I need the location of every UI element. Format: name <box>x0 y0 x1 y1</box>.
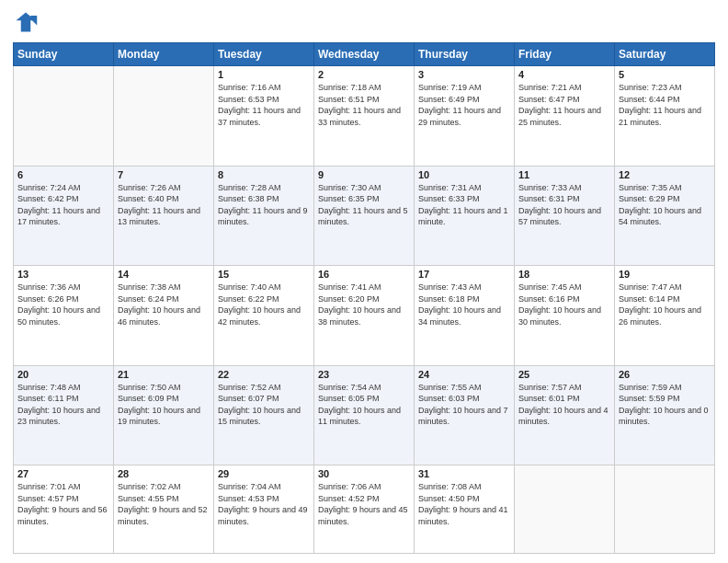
calendar-cell: 2Sunrise: 7:18 AM Sunset: 6:51 PM Daylig… <box>314 66 415 167</box>
day-info: Sunrise: 7:01 AM Sunset: 4:57 PM Dayligh… <box>17 481 109 527</box>
day-info: Sunrise: 7:26 AM Sunset: 6:40 PM Dayligh… <box>118 182 210 228</box>
calendar-cell: 24Sunrise: 7:55 AM Sunset: 6:03 PM Dayli… <box>415 365 515 465</box>
calendar-cell: 26Sunrise: 7:59 AM Sunset: 5:59 PM Dayli… <box>615 365 715 465</box>
weekday-header-thursday: Thursday <box>415 43 515 66</box>
day-info: Sunrise: 7:55 AM Sunset: 6:03 PM Dayligh… <box>418 382 510 428</box>
calendar-cell: 19Sunrise: 7:47 AM Sunset: 6:14 PM Dayli… <box>615 266 715 366</box>
day-info: Sunrise: 7:54 AM Sunset: 6:05 PM Dayligh… <box>318 382 410 428</box>
day-info: Sunrise: 7:19 AM Sunset: 6:49 PM Dayligh… <box>418 82 510 128</box>
day-number: 24 <box>418 369 510 380</box>
day-number: 21 <box>118 369 210 380</box>
day-number: 31 <box>418 468 510 479</box>
calendar-cell: 25Sunrise: 7:57 AM Sunset: 6:01 PM Dayli… <box>515 365 615 465</box>
day-number: 10 <box>418 169 510 180</box>
day-number: 1 <box>218 69 310 80</box>
week-row-3: 13Sunrise: 7:36 AM Sunset: 6:26 PM Dayli… <box>14 266 715 366</box>
day-number: 4 <box>518 69 610 80</box>
day-number: 30 <box>318 468 410 479</box>
day-info: Sunrise: 7:38 AM Sunset: 6:24 PM Dayligh… <box>118 282 210 327</box>
day-info: Sunrise: 7:18 AM Sunset: 6:51 PM Dayligh… <box>318 82 410 128</box>
day-number: 13 <box>17 269 109 280</box>
day-info: Sunrise: 7:30 AM Sunset: 6:35 PM Dayligh… <box>318 182 410 228</box>
calendar-cell: 3Sunrise: 7:19 AM Sunset: 6:49 PM Daylig… <box>415 66 515 167</box>
day-number: 3 <box>418 69 510 80</box>
calendar-cell: 28Sunrise: 7:02 AM Sunset: 4:55 PM Dayli… <box>114 465 214 554</box>
page: SundayMondayTuesdayWednesdayThursdayFrid… <box>0 0 728 563</box>
day-number: 29 <box>218 468 310 479</box>
day-info: Sunrise: 7:36 AM Sunset: 6:26 PM Dayligh… <box>17 282 109 327</box>
day-number: 17 <box>418 269 510 280</box>
calendar-cell: 29Sunrise: 7:04 AM Sunset: 4:53 PM Dayli… <box>214 465 314 554</box>
calendar-cell: 6Sunrise: 7:24 AM Sunset: 6:42 PM Daylig… <box>14 166 114 266</box>
day-number: 12 <box>619 169 711 180</box>
day-info: Sunrise: 7:59 AM Sunset: 5:59 PM Dayligh… <box>619 382 711 428</box>
day-info: Sunrise: 7:31 AM Sunset: 6:33 PM Dayligh… <box>418 182 510 228</box>
calendar-cell: 16Sunrise: 7:41 AM Sunset: 6:20 PM Dayli… <box>314 266 415 366</box>
day-number: 11 <box>518 169 610 180</box>
calendar-cell: 8Sunrise: 7:28 AM Sunset: 6:38 PM Daylig… <box>214 166 314 266</box>
day-info: Sunrise: 7:35 AM Sunset: 6:29 PM Dayligh… <box>619 182 711 228</box>
weekday-header-friday: Friday <box>515 43 615 66</box>
day-info: Sunrise: 7:50 AM Sunset: 6:09 PM Dayligh… <box>118 382 210 428</box>
calendar-cell: 31Sunrise: 7:08 AM Sunset: 4:50 PM Dayli… <box>415 465 515 554</box>
day-info: Sunrise: 7:52 AM Sunset: 6:07 PM Dayligh… <box>218 382 310 428</box>
weekday-header-row: SundayMondayTuesdayWednesdayThursdayFrid… <box>14 43 715 66</box>
day-number: 25 <box>518 369 610 380</box>
day-number: 6 <box>17 169 109 180</box>
calendar-cell: 9Sunrise: 7:30 AM Sunset: 6:35 PM Daylig… <box>314 166 415 266</box>
day-number: 8 <box>218 169 310 180</box>
calendar-cell: 7Sunrise: 7:26 AM Sunset: 6:40 PM Daylig… <box>114 166 214 266</box>
day-number: 28 <box>118 468 210 479</box>
calendar-table: SundayMondayTuesdayWednesdayThursdayFrid… <box>13 42 715 554</box>
day-info: Sunrise: 7:24 AM Sunset: 6:42 PM Dayligh… <box>17 182 109 228</box>
week-row-4: 20Sunrise: 7:48 AM Sunset: 6:11 PM Dayli… <box>14 365 715 465</box>
day-number: 22 <box>218 369 310 380</box>
calendar-cell: 22Sunrise: 7:52 AM Sunset: 6:07 PM Dayli… <box>214 365 314 465</box>
calendar-cell: 17Sunrise: 7:43 AM Sunset: 6:18 PM Dayli… <box>415 266 515 366</box>
weekday-header-saturday: Saturday <box>615 43 715 66</box>
day-number: 7 <box>118 169 210 180</box>
day-info: Sunrise: 7:40 AM Sunset: 6:22 PM Dayligh… <box>218 282 310 327</box>
day-number: 2 <box>318 69 410 80</box>
day-info: Sunrise: 7:02 AM Sunset: 4:55 PM Dayligh… <box>118 481 210 527</box>
day-info: Sunrise: 7:23 AM Sunset: 6:44 PM Dayligh… <box>619 82 711 128</box>
calendar-cell: 30Sunrise: 7:06 AM Sunset: 4:52 PM Dayli… <box>314 465 415 554</box>
day-info: Sunrise: 7:33 AM Sunset: 6:31 PM Dayligh… <box>518 182 610 228</box>
calendar-cell: 18Sunrise: 7:45 AM Sunset: 6:16 PM Dayli… <box>515 266 615 366</box>
day-number: 26 <box>619 369 711 380</box>
calendar-cell <box>14 66 114 167</box>
calendar-cell: 23Sunrise: 7:54 AM Sunset: 6:05 PM Dayli… <box>314 365 415 465</box>
day-number: 5 <box>619 69 711 80</box>
calendar-cell <box>515 465 615 554</box>
day-info: Sunrise: 7:06 AM Sunset: 4:52 PM Dayligh… <box>318 481 410 527</box>
day-number: 16 <box>318 269 410 280</box>
calendar-cell: 5Sunrise: 7:23 AM Sunset: 6:44 PM Daylig… <box>615 66 715 167</box>
calendar-cell: 10Sunrise: 7:31 AM Sunset: 6:33 PM Dayli… <box>415 166 515 266</box>
calendar-cell: 27Sunrise: 7:01 AM Sunset: 4:57 PM Dayli… <box>14 465 114 554</box>
logo-icon <box>13 9 39 35</box>
day-info: Sunrise: 7:47 AM Sunset: 6:14 PM Dayligh… <box>619 282 711 327</box>
day-info: Sunrise: 7:21 AM Sunset: 6:47 PM Dayligh… <box>518 82 610 128</box>
day-number: 15 <box>218 269 310 280</box>
calendar-cell: 11Sunrise: 7:33 AM Sunset: 6:31 PM Dayli… <box>515 166 615 266</box>
calendar-cell: 1Sunrise: 7:16 AM Sunset: 6:53 PM Daylig… <box>214 66 314 167</box>
day-info: Sunrise: 7:57 AM Sunset: 6:01 PM Dayligh… <box>518 382 610 428</box>
week-row-1: 1Sunrise: 7:16 AM Sunset: 6:53 PM Daylig… <box>14 66 715 167</box>
day-number: 19 <box>619 269 711 280</box>
logo <box>13 9 42 35</box>
calendar-cell: 4Sunrise: 7:21 AM Sunset: 6:47 PM Daylig… <box>515 66 615 167</box>
header <box>13 9 715 35</box>
calendar-cell: 12Sunrise: 7:35 AM Sunset: 6:29 PM Dayli… <box>615 166 715 266</box>
calendar-cell: 21Sunrise: 7:50 AM Sunset: 6:09 PM Dayli… <box>114 365 214 465</box>
day-number: 23 <box>318 369 410 380</box>
day-number: 18 <box>518 269 610 280</box>
weekday-header-wednesday: Wednesday <box>314 43 415 66</box>
day-info: Sunrise: 7:43 AM Sunset: 6:18 PM Dayligh… <box>418 282 510 327</box>
day-number: 20 <box>17 369 109 380</box>
calendar-cell: 20Sunrise: 7:48 AM Sunset: 6:11 PM Dayli… <box>14 365 114 465</box>
calendar-cell: 15Sunrise: 7:40 AM Sunset: 6:22 PM Dayli… <box>214 266 314 366</box>
day-info: Sunrise: 7:04 AM Sunset: 4:53 PM Dayligh… <box>218 481 310 527</box>
day-info: Sunrise: 7:41 AM Sunset: 6:20 PM Dayligh… <box>318 282 410 327</box>
day-number: 9 <box>318 169 410 180</box>
calendar-cell: 13Sunrise: 7:36 AM Sunset: 6:26 PM Dayli… <box>14 266 114 366</box>
